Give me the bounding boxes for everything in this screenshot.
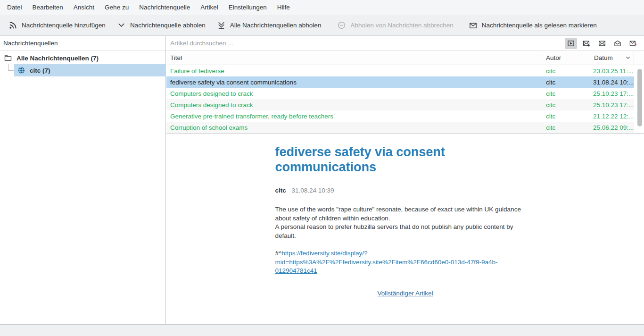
read-articles-filter-button[interactable] <box>611 38 624 49</box>
fetch-feed-label: Nachrichtenquelle abholen <box>130 22 206 29</box>
envelope-important-icon <box>629 40 637 47</box>
status-filter-buttons <box>565 38 644 49</box>
article-viewer: fediverse safety via consent communicati… <box>166 134 644 324</box>
add-feed-button[interactable]: Nachrichtenquelle hinzufügen <box>3 17 111 33</box>
article-view-toggle-button[interactable] <box>565 38 577 49</box>
article-row[interactable]: Computers designed to crack citc 25.10.2… <box>166 99 634 110</box>
menu-gehe-zu[interactable]: Gehe zu <box>99 0 134 15</box>
envelope-icon <box>598 40 606 47</box>
article-list: Failure of fediverse citc 23.03.25 11:..… <box>166 65 644 134</box>
sort-descending-icon <box>625 55 631 60</box>
new-articles-filter-button[interactable] <box>580 38 593 49</box>
column-header-datum[interactable]: Datum <box>590 50 634 65</box>
article-source-link[interactable]: https://fediversity.site/display/?mid=ht… <box>275 250 498 274</box>
column-header-titel[interactable]: Titel <box>166 50 542 65</box>
article-list-header: Titel Autor Datum <box>166 50 644 65</box>
article-row[interactable]: Corruption of school exams citc 25.06.22… <box>166 122 634 133</box>
full-article-link[interactable]: Vollständiger Artikel <box>378 290 433 297</box>
fetch-feed-icon <box>117 21 126 30</box>
unread-articles-filter-button[interactable] <box>596 38 608 49</box>
feed-tree-item-citc-label: citc (7) <box>30 67 50 74</box>
article-row[interactable]: Failure of fediverse citc 23.03.25 11:..… <box>166 65 634 76</box>
globe-icon <box>17 67 25 74</box>
column-header-datum-label: Datum <box>594 54 613 61</box>
column-header-gutter <box>634 50 644 65</box>
link-prefix: #^ <box>275 250 282 257</box>
article-title: fediverse safety via consent communicati… <box>275 144 450 175</box>
envelope-icon <box>469 21 478 30</box>
mark-feed-read-button[interactable]: Nachrichtenquelle als gelesen markieren <box>463 17 603 33</box>
search-bar <box>166 36 644 50</box>
menu-datei[interactable]: Datei <box>2 0 27 15</box>
menu-bearbeiten[interactable]: Bearbeiten <box>27 0 68 15</box>
menu-hilfe[interactable]: Hilfe <box>272 0 295 15</box>
article-panel: Titel Autor Datum Failure of fediverse c… <box>166 36 644 324</box>
important-articles-filter-button[interactable] <box>627 38 639 49</box>
article-date: 31.08.24 10:39 <box>292 187 334 194</box>
tree-branch-line <box>8 64 14 71</box>
menu-nachrichtenquelle[interactable]: Nachrichtenquelle <box>134 0 195 15</box>
feed-tree-item-all[interactable]: Alle Nachrichtenquellen (7) <box>0 52 165 64</box>
column-header-autor[interactable]: Autor <box>542 50 590 65</box>
search-input[interactable] <box>166 37 565 50</box>
article-body-line: The use of the words "rape culture" reso… <box>275 205 536 223</box>
mark-feed-read-label: Nachrichtenquelle als gelesen markieren <box>482 22 597 29</box>
feed-tree-item-citc[interactable]: citc (7) <box>14 64 166 76</box>
article-content: fediverse safety via consent communicati… <box>275 134 536 297</box>
feed-list-panel: Nachrichtenquellen Alle Nachrichtenquell… <box>0 36 166 324</box>
abort-fetch-button: Abholen von Nachrichten abbrechen <box>331 17 459 33</box>
abort-icon <box>337 21 346 30</box>
menubar: Datei Bearbeiten Ansicht Gehe zu Nachric… <box>0 0 644 15</box>
folder-icon <box>4 54 12 62</box>
abort-fetch-label: Abholen von Nachrichten abbrechen <box>350 22 453 29</box>
add-feed-label: Nachrichtenquelle hinzufügen <box>22 22 106 29</box>
menu-einstellungen[interactable]: Einstellungen <box>223 0 272 15</box>
article-pane-icon <box>567 40 575 47</box>
feed-tree-item-all-label: Alle Nachrichtenquellen (7) <box>17 55 99 62</box>
fetch-all-feeds-button[interactable]: Alle Nachrichtenquellen abholen <box>211 17 327 33</box>
feed-list-header[interactable]: Nachrichtenquellen <box>0 36 165 50</box>
status-bar <box>0 324 644 336</box>
article-list-scrollbar[interactable] <box>637 69 642 126</box>
article-row[interactable]: Generative pre-trained transformer, read… <box>166 110 634 122</box>
article-author: citc <box>275 187 286 194</box>
envelope-open-icon <box>614 40 621 47</box>
article-link-block: #^https://fediversity.site/display/?mid=… <box>275 249 536 276</box>
fetch-feed-button[interactable]: Nachrichtenquelle abholen <box>111 17 211 33</box>
article-meta: citc 31.08.24 10:39 <box>275 187 536 194</box>
article-body-line: A personal reason to prefer hubzilla ser… <box>275 223 536 240</box>
menu-ansicht[interactable]: Ansicht <box>68 0 99 15</box>
list-bottom-border <box>166 133 644 134</box>
article-body: The use of the words "rape culture" reso… <box>275 205 536 240</box>
fetch-all-icon <box>217 21 226 30</box>
feed-tree: Alle Nachrichtenquellen (7) citc (7) <box>0 50 165 76</box>
envelope-dot-icon <box>583 40 590 47</box>
menu-artikel[interactable]: Artikel <box>195 0 223 15</box>
fetch-all-label: Alle Nachrichtenquellen abholen <box>230 22 322 29</box>
article-row[interactable]: Computers designed to crack citc 25.10.2… <box>166 88 634 99</box>
full-article-row: Vollständiger Artikel <box>275 290 536 297</box>
main-area: Nachrichtenquellen Alle Nachrichtenquell… <box>0 36 644 324</box>
rss-icon <box>8 21 17 30</box>
toolbar: Nachrichtenquelle hinzufügen Nachrichten… <box>0 15 644 36</box>
article-row-selected[interactable]: fediverse safety via consent communicati… <box>166 76 634 88</box>
